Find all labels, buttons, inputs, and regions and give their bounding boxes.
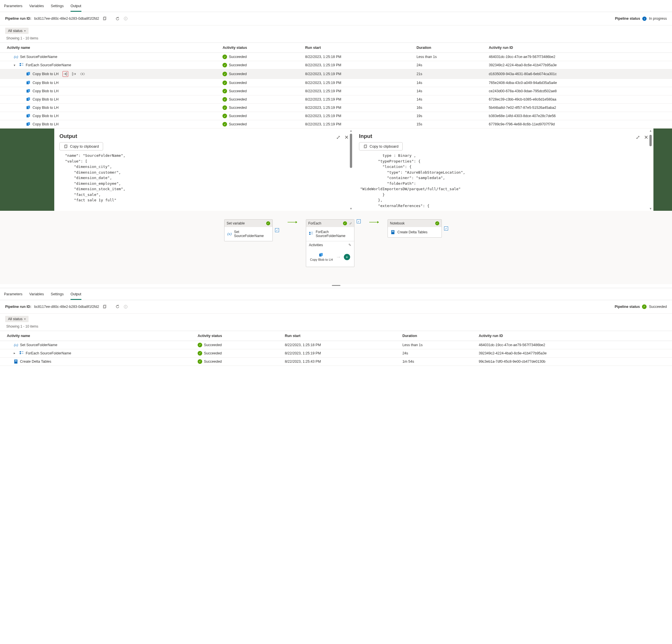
tab-output[interactable]: Output xyxy=(71,3,81,12)
info-icon[interactable] xyxy=(123,16,128,21)
col-runid[interactable]: Activity run ID xyxy=(482,43,672,53)
run-start: 8/22/2023, 1:25:43 PM xyxy=(278,357,396,366)
close-icon[interactable]: ✕ xyxy=(644,134,648,141)
svg-rect-44 xyxy=(125,307,126,308)
svg-point-14 xyxy=(83,73,85,75)
activity-run-id: 5b44ba8d-7e02-4f57-87e5-51526a45aba2 xyxy=(482,104,672,112)
copy-activity-icon xyxy=(319,253,324,257)
tab-output[interactable]: Output xyxy=(71,291,81,300)
table-row[interactable]: Set SourceFolderNameSucceeded8/22/2023, … xyxy=(0,341,672,349)
refresh-icon[interactable] xyxy=(115,16,120,21)
table-row[interactable]: ▾ForEach SourceFolderNameSucceeded8/22/2… xyxy=(0,61,672,69)
status-filter-chip[interactable]: All status▾ xyxy=(5,28,28,34)
add-activity-button[interactable]: + xyxy=(344,254,350,260)
copy-runid-icon[interactable] xyxy=(102,16,107,21)
duration: 14s xyxy=(409,95,482,104)
expand-node-icon[interactable]: ⤢ xyxy=(349,222,352,225)
run-start: 8/22/2023, 1:25:19 PM xyxy=(298,112,409,120)
col-status[interactable]: Activity status xyxy=(216,43,298,53)
output-copy-button[interactable]: Copy to clipboard xyxy=(59,142,103,151)
chevron-down-icon[interactable]: ▾ xyxy=(14,63,18,67)
col-status[interactable]: Activity status xyxy=(191,331,278,341)
input-panel: Input ⤢ ✕ Copy to clipboard type : Binar… xyxy=(354,129,653,211)
tab-variables[interactable]: Variables xyxy=(29,3,44,12)
run-start: 8/22/2023, 1:25:18 PM xyxy=(278,341,396,349)
table-row[interactable]: ▸ForEach SourceFolderNameSucceeded8/22/2… xyxy=(0,349,672,357)
refresh-icon[interactable] xyxy=(115,304,120,309)
close-icon[interactable]: ✕ xyxy=(345,134,349,141)
lineage-icon[interactable] xyxy=(80,71,85,77)
svg-rect-46 xyxy=(20,353,21,354)
col-duration[interactable]: Duration xyxy=(396,331,472,341)
table-row[interactable]: Copy Blob to LHSucceeded8/22/2023, 1:25:… xyxy=(0,112,672,120)
svg-rect-36 xyxy=(321,253,323,256)
svg-rect-16 xyxy=(28,81,30,84)
resize-handle[interactable] xyxy=(0,285,672,288)
copy-activity-icon xyxy=(26,122,31,127)
col-start[interactable]: Run start xyxy=(278,331,396,341)
scrollbar[interactable] xyxy=(649,135,652,146)
pipeline-canvas[interactable]: Set variable SetSourceFolderName ✓ ForEa… xyxy=(0,211,672,284)
table-row[interactable]: Copy Blob to LHSucceeded8/22/2023, 1:25:… xyxy=(0,79,672,87)
scrollbar[interactable] xyxy=(350,134,352,168)
duration: 1m 54s xyxy=(396,357,472,366)
tab-parameters[interactable]: Parameters xyxy=(4,3,23,12)
activity-run-id: 464031dc-19cc-47ce-ae79-567f73486be2 xyxy=(472,341,672,349)
connector-checkbox[interactable]: ✓ xyxy=(275,228,279,232)
status-filter-chip[interactable]: All status▾ xyxy=(5,316,28,322)
output-details-icon[interactable] xyxy=(71,71,77,77)
tab-settings[interactable]: Settings xyxy=(51,3,64,12)
node-notebook[interactable]: Notebook Create Delta Tables xyxy=(387,219,442,238)
tab-parameters[interactable]: Parameters xyxy=(4,291,23,300)
edit-icon[interactable]: ✎ xyxy=(348,243,351,247)
runid-label: Pipeline run ID: xyxy=(5,16,32,21)
table-row[interactable]: Copy Blob to LHSucceeded8/22/2023, 1:25:… xyxy=(0,69,672,79)
output-panel-title: Output xyxy=(59,133,77,139)
run-start: 8/22/2023, 1:25:18 PM xyxy=(298,53,409,61)
tab-variables[interactable]: Variables xyxy=(29,291,44,300)
node-foreach[interactable]: ForEach ⤢ ForEachSourceFolderName Activi… xyxy=(306,219,355,267)
connector-checkbox[interactable]: ✓ xyxy=(357,219,361,223)
svg-rect-18 xyxy=(28,89,30,92)
node-set-variable[interactable]: Set variable SetSourceFolderName xyxy=(224,219,273,241)
col-start[interactable]: Run start xyxy=(298,43,409,53)
chevron-right-icon[interactable]: ▸ xyxy=(14,351,18,355)
table-row[interactable]: Copy Blob to LHSucceeded8/22/2023, 1:25:… xyxy=(0,104,672,112)
col-name[interactable]: Activity name xyxy=(0,331,191,341)
copy-activity-icon xyxy=(26,72,31,76)
activity-table-bottom: Activity name Activity status Run start … xyxy=(0,331,672,366)
run-start: 8/22/2023, 1:25:19 PM xyxy=(298,61,409,69)
expand-icon[interactable]: ⤢ xyxy=(336,134,340,141)
input-copy-button[interactable]: Copy to clipboard xyxy=(359,142,403,151)
success-icon xyxy=(343,221,347,225)
input-panel-title: Input xyxy=(359,133,372,139)
svg-rect-39 xyxy=(392,231,394,232)
activity-name: Copy Blob to LH xyxy=(33,89,59,93)
col-duration[interactable]: Duration xyxy=(409,43,482,53)
input-details-icon[interactable] xyxy=(62,71,68,77)
connector-checkbox[interactable]: ✓ xyxy=(444,226,448,230)
col-name[interactable]: Activity name xyxy=(0,43,216,53)
success-icon xyxy=(223,122,227,127)
foreach-icon xyxy=(20,63,24,68)
activity-status: Succeeded xyxy=(229,122,247,126)
expand-icon[interactable]: ⤢ xyxy=(636,134,640,141)
run-start: 8/22/2023, 1:25:19 PM xyxy=(278,349,396,357)
activity-status: Succeeded xyxy=(204,360,222,363)
table-row[interactable]: Set SourceFolderNameSucceeded8/22/2023, … xyxy=(0,53,672,61)
table-row[interactable]: Copy Blob to LHSucceeded8/22/2023, 1:25:… xyxy=(0,120,672,129)
runid-value: bc8117ee-d80c-48e2-b283-0dba8f1f2fd2 xyxy=(34,16,99,21)
copy-activity-icon xyxy=(26,105,31,110)
table-row[interactable]: Copy Blob to LHSucceeded8/22/2023, 1:25:… xyxy=(0,95,672,104)
activity-run-id: 765e2408-4dba-43c0-a049-94a6d35a5a4e xyxy=(482,79,672,87)
tab-settings[interactable]: Settings xyxy=(51,291,64,300)
activity-status: Succeeded xyxy=(229,55,247,59)
table-row[interactable]: Copy Blob to LHSucceeded8/22/2023, 1:25:… xyxy=(0,87,672,95)
activity-name: Copy Blob to LH xyxy=(33,114,59,118)
svg-rect-12 xyxy=(72,73,73,75)
copy-runid-icon[interactable] xyxy=(102,304,107,309)
activity-name: Copy Blob to LH xyxy=(33,122,59,126)
table-row[interactable]: Create Delta TablesSucceeded8/22/2023, 1… xyxy=(0,357,672,366)
info-icon[interactable] xyxy=(123,304,128,309)
col-runid[interactable]: Activity run ID xyxy=(472,331,672,341)
